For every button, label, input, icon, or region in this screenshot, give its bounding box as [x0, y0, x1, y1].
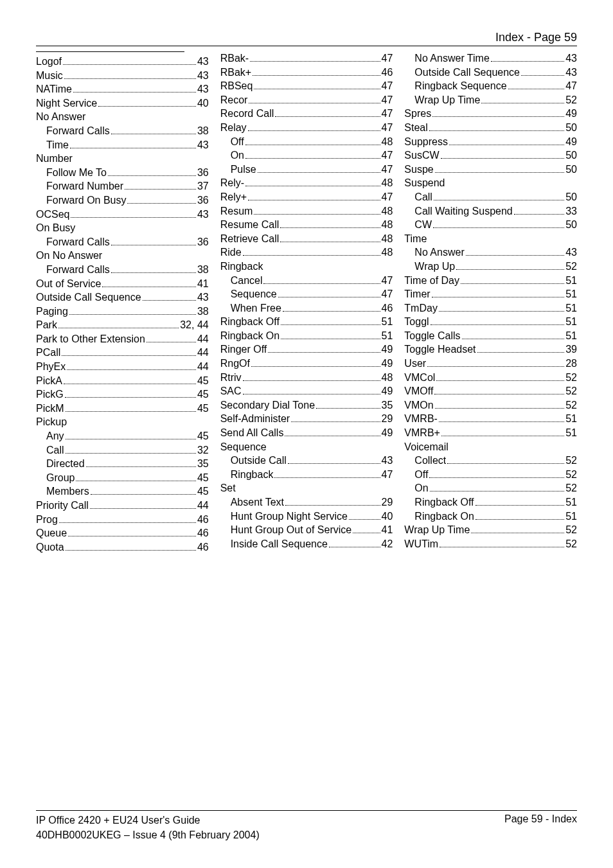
- leader-dots: [466, 246, 565, 256]
- index-entry-page: 51: [565, 426, 577, 440]
- index-entry-label: CW: [414, 218, 432, 232]
- index-entry: Out of Service41: [36, 277, 209, 291]
- leader-dots: [102, 277, 196, 287]
- index-entry: Rely-48: [220, 176, 393, 190]
- index-entry-page: 51: [565, 509, 577, 524]
- index-entry-page: 28: [565, 357, 577, 371]
- index-entry-page: 47: [382, 79, 393, 93]
- leader-dots: [268, 343, 380, 353]
- index-entry: Sequence47: [220, 287, 393, 301]
- leader-dots: [250, 52, 380, 62]
- index-entry: VMRB+51: [404, 426, 577, 440]
- footer-page: Page 59 - Index: [504, 813, 577, 825]
- index-entry-page: 45: [197, 387, 209, 402]
- leader-dots: [435, 398, 565, 408]
- index-entry-page: 38: [197, 124, 209, 138]
- index-entry-page: 47: [382, 107, 393, 121]
- index-entry-page: 52: [565, 371, 577, 385]
- column-rule: [36, 51, 184, 52]
- leader-dots: [245, 177, 380, 186]
- index-entry: Ringback On51: [404, 509, 577, 524]
- footer-issue: 40DHB0002UKEG – Issue 4 (9th February 20…: [36, 828, 260, 842]
- index-entry-label: SusCW: [404, 148, 439, 163]
- index-entry-page: 42: [382, 537, 393, 551]
- index-entry-label: Collect: [414, 454, 446, 468]
- index-entry-label: Pulse: [231, 163, 256, 177]
- index-entry-label: Toggle Headset: [404, 342, 475, 357]
- index-entry-page: 40: [197, 96, 209, 111]
- index-entry: Resume Call48: [220, 218, 393, 232]
- leader-dots: [432, 288, 565, 297]
- index-entry-page: 47: [382, 287, 393, 301]
- index-entry: Forward On Busy36: [36, 193, 209, 208]
- index-entry-label: Quota: [36, 540, 64, 554]
- leader-dots: [427, 357, 564, 367]
- index-entry-page: 47: [382, 190, 393, 204]
- leader-dots: [111, 235, 196, 245]
- index-entry-label: Inside Call Sequence: [231, 537, 328, 551]
- leader-dots: [98, 96, 196, 106]
- index-entry-page: 43: [565, 51, 577, 66]
- index-entry-page: 45: [197, 374, 209, 388]
- index-entry-label: PCall: [36, 346, 60, 360]
- index-entry: No Answer43: [404, 245, 577, 260]
- index-entry: Follow Me To36: [36, 166, 209, 180]
- leader-dots: [111, 125, 196, 134]
- index-entry-label: Timer: [404, 287, 430, 301]
- index-entry: Call Waiting Suspend33: [404, 204, 577, 218]
- index-entry-label: Outside Call Sequence: [36, 290, 141, 305]
- leader-dots: [249, 93, 380, 103]
- index-entry-page: 41: [382, 523, 393, 537]
- leader-dots: [436, 371, 564, 380]
- leader-dots: [66, 430, 196, 439]
- index-entry-page: 46: [382, 301, 393, 315]
- index-heading: Number: [36, 152, 209, 166]
- index-entry-page: 43: [197, 82, 209, 96]
- index-entry-label: Resum: [220, 204, 253, 218]
- leader-dots: [66, 540, 196, 550]
- index-heading: Time: [404, 232, 577, 246]
- index-entry: Queue46: [36, 526, 209, 540]
- leader-dots: [434, 385, 564, 394]
- leader-dots: [481, 93, 564, 103]
- index-entry: Wrap Up Time52: [404, 93, 577, 107]
- index-entry-label: Hunt Group Out of Service: [231, 523, 352, 537]
- index-entry: Park to Other Extension44: [36, 332, 209, 346]
- index-entry: Night Service40: [36, 96, 209, 111]
- index-entry-page: 35: [382, 398, 393, 412]
- leader-dots: [62, 346, 196, 356]
- index-entry-page: 51: [382, 315, 393, 329]
- index-entry-page: 52: [565, 454, 577, 468]
- index-entry-label: Ringback Off: [414, 495, 474, 509]
- index-entry-page: 48: [382, 135, 393, 149]
- index-entry: Group45: [36, 471, 209, 485]
- index-entry-page: 52: [565, 384, 577, 398]
- index-entry-page: 37: [197, 179, 209, 193]
- index-entry-page: 49: [382, 384, 393, 398]
- index-entry-page: 36: [197, 166, 209, 180]
- index-entry-label: Forward Calls: [46, 124, 110, 138]
- leader-dots: [108, 166, 196, 175]
- leader-dots: [435, 163, 565, 172]
- index-entry: Any45: [36, 429, 209, 443]
- leader-dots: [274, 468, 380, 477]
- index-entry: VMRB-51: [404, 412, 577, 426]
- index-entry-label: Time: [46, 138, 69, 152]
- index-entry-page: 45: [197, 471, 209, 485]
- index-entry-label: Wrap Up Time: [414, 93, 480, 107]
- leader-dots: [521, 66, 564, 75]
- index-entry: TmDay51: [404, 301, 577, 315]
- index-entry: Ride48: [220, 245, 393, 260]
- index-entry-label: Follow Me To: [46, 166, 107, 180]
- leader-dots: [66, 443, 196, 453]
- leader-dots: [508, 80, 565, 89]
- index-entry-page: 50: [565, 190, 577, 204]
- leader-dots: [251, 357, 380, 367]
- index-entry-label: VMOff: [404, 384, 433, 398]
- index-entry-label: SAC: [220, 384, 242, 398]
- index-entry-page: 52: [565, 537, 577, 551]
- index-entry-label: Suspe: [404, 163, 433, 177]
- leader-dots: [316, 398, 380, 408]
- index-entry-page: 43: [197, 138, 209, 152]
- index-entry-page: 47: [382, 93, 393, 107]
